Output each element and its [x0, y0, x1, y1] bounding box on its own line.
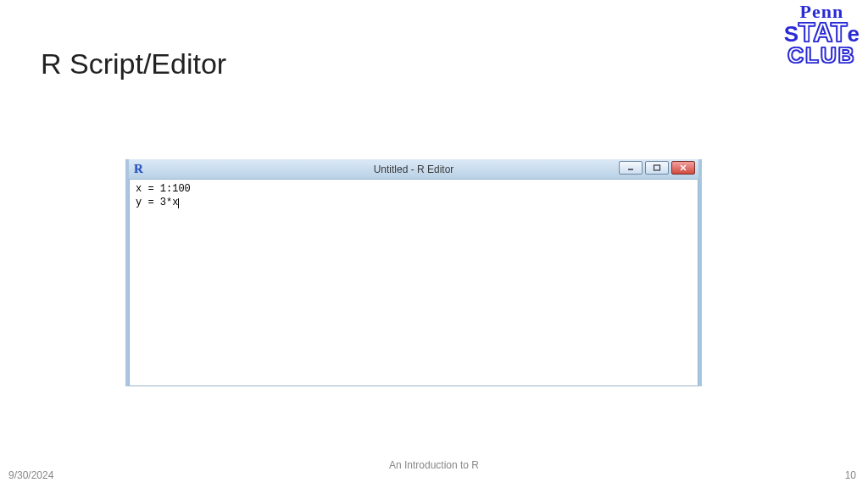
slide-title: R Script/Editor: [41, 47, 226, 80]
window-titlebar: R Untitled - R Editor: [129, 159, 698, 180]
minimize-icon: [626, 164, 635, 171]
code-line-2: y = 3*x: [136, 197, 178, 208]
maximize-button[interactable]: [645, 161, 669, 175]
close-button[interactable]: [671, 161, 695, 175]
footer-date: 9/30/2024: [8, 469, 53, 481]
r-editor-window: R Untitled - R Editor x = 1:100 y = 3*x: [125, 159, 702, 386]
maximize-icon: [653, 164, 661, 171]
close-icon: [679, 164, 687, 171]
footer-center: An Introduction to R: [0, 459, 868, 471]
slide: R Script/Editor Penn STATe CLUB R Untitl…: [0, 0, 868, 488]
window-title: Untitled - R Editor: [129, 164, 698, 175]
footer-page-number: 10: [845, 469, 856, 481]
logo-line3: CLUB: [784, 46, 860, 66]
svg-rect-1: [654, 165, 660, 170]
code-line-1: x = 1:100: [136, 183, 191, 195]
minimize-button[interactable]: [619, 161, 643, 175]
code-editor[interactable]: x = 1:100 y = 3*x: [129, 180, 698, 213]
text-cursor: [178, 198, 179, 208]
club-logo: Penn STATe CLUB: [784, 3, 860, 66]
